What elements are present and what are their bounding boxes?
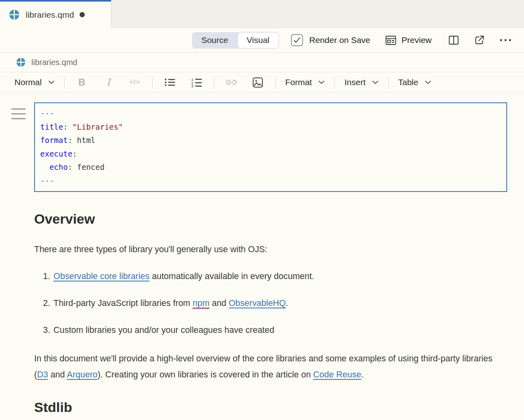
format-menu[interactable]: Format <box>280 77 331 87</box>
yaml-token <box>68 122 72 131</box>
link-code-reuse[interactable]: Code Reuse <box>313 370 361 379</box>
toolbar-separator <box>388 76 389 88</box>
preview-label: Preview <box>401 35 432 45</box>
open-external-icon <box>474 35 485 45</box>
image-button[interactable] <box>245 74 271 90</box>
text-run: and <box>209 298 229 308</box>
checkmark-icon <box>293 37 301 43</box>
split-editor-button[interactable] <box>448 35 459 45</box>
bulleted-list-icon <box>164 77 175 88</box>
list-item: 1.Observable core libraries automaticall… <box>34 268 507 284</box>
heading-overview: Overview <box>34 211 507 227</box>
link-arquero[interactable]: Arquero <box>67 370 98 379</box>
text-run: Third-party JavaScript libraries from <box>53 298 192 308</box>
yaml-token: : <box>63 122 68 131</box>
list-item-number: 3. <box>34 322 53 338</box>
yaml-token: --- <box>40 109 54 118</box>
tab-title: libraries.qmd <box>26 10 74 20</box>
chevron-down-icon <box>425 80 431 84</box>
code-button[interactable]: </> <box>122 74 148 90</box>
text-run: ). Creating your own libraries is covere… <box>98 370 313 379</box>
yaml-token: execute <box>40 149 72 158</box>
toolbar-separator <box>64 76 65 88</box>
insert-menu-label: Insert <box>344 77 366 87</box>
yaml-token: "Libraries" <box>72 122 123 131</box>
bulleted-list-button[interactable] <box>157 74 183 90</box>
yaml-token: html <box>72 136 95 145</box>
heading-stdlib: Stdlib <box>34 400 507 415</box>
tab-libraries-qmd[interactable]: libraries.qmd <box>0 0 111 28</box>
document-editor[interactable]: ---title: "Libraries"format: htmlexecute… <box>0 102 524 415</box>
italic-button[interactable]: I <box>95 74 122 90</box>
yaml-token: --- <box>40 176 54 185</box>
list-item-text: Observable core libraries automatically … <box>53 268 314 284</box>
bold-button[interactable]: B <box>69 74 95 90</box>
library-types-list: 1.Observable core libraries automaticall… <box>34 268 507 338</box>
quarto-icon <box>9 9 20 20</box>
link-button[interactable] <box>218 74 245 90</box>
svg-text:3: 3 <box>191 84 193 88</box>
render-on-save-label: Render on Save <box>309 35 370 45</box>
paragraph-style-dropdown[interactable]: Normal <box>9 77 60 87</box>
text-run: and <box>48 370 67 379</box>
quarto-icon <box>16 57 26 67</box>
toolbar-separator <box>334 76 335 88</box>
yaml-code: ---title: "Libraries"format: htmlexecute… <box>40 107 501 188</box>
tab-bar: libraries.qmd <box>0 0 524 28</box>
format-toolbar: Normal B I </> 1 2 3 <box>0 72 524 93</box>
numbered-list-button[interactable]: 1 2 3 <box>183 74 210 90</box>
more-actions-button[interactable] <box>499 35 512 45</box>
yaml-token: fenced <box>72 163 104 171</box>
yaml-line: format: html <box>40 134 501 147</box>
toolbar-separator <box>275 76 276 88</box>
list-item: 3.Custom libraries you and/or your colle… <box>34 322 507 338</box>
table-menu[interactable]: Table <box>393 77 437 87</box>
link-observablehq[interactable]: ObservableHQ <box>229 298 286 308</box>
chevron-down-icon <box>318 80 325 84</box>
yaml-line: --- <box>40 174 501 188</box>
intro-paragraph: There are three types of library you'll … <box>34 241 507 257</box>
text-run: automatically available in every documen… <box>149 271 314 281</box>
yaml-token: : <box>68 136 72 145</box>
open-external-button[interactable] <box>474 35 485 45</box>
link-npm[interactable]: npm <box>192 298 209 309</box>
yaml-line: echo: fenced <box>40 161 501 174</box>
ellipsis-icon <box>499 35 512 45</box>
image-icon <box>252 77 263 88</box>
visual-mode-button[interactable]: Visual <box>237 32 279 49</box>
render-on-save-checkbox[interactable] <box>291 34 303 46</box>
list-item-text: Custom libraries you and/or your colleag… <box>53 322 274 338</box>
editor-header: Source Visual Render on Save Preview <box>0 28 524 53</box>
numbered-list-icon: 1 2 3 <box>191 77 202 88</box>
yaml-token: echo <box>49 163 68 171</box>
insert-menu[interactable]: Insert <box>339 77 384 87</box>
link-d3[interactable]: D3 <box>37 370 48 379</box>
source-mode-button[interactable]: Source <box>192 32 237 49</box>
format-menu-label: Format <box>285 77 312 87</box>
yaml-line: --- <box>40 107 501 120</box>
unsaved-changes-dot <box>80 12 85 17</box>
toolbar-separator <box>214 76 214 88</box>
breadcrumb-file[interactable]: libraries.qmd <box>31 58 77 67</box>
preview-pane-icon <box>385 35 396 45</box>
link-observable-core-libraries[interactable]: Observable core libraries <box>53 271 149 281</box>
yaml-token: : <box>68 163 72 171</box>
list-item-number: 1. <box>34 268 53 284</box>
block-drag-handle-icon[interactable] <box>11 108 26 123</box>
breadcrumb: libraries.qmd <box>0 53 524 72</box>
yaml-line: title: "Libraries" <box>40 120 501 134</box>
yaml-metadata-block[interactable]: ---title: "Libraries"format: htmlexecute… <box>34 102 507 192</box>
text-run: Custom libraries you and/or your colleag… <box>53 325 274 335</box>
mode-toggle: Source Visual <box>192 32 278 49</box>
list-item-text: Third-party JavaScript libraries from np… <box>53 295 288 311</box>
link-icon <box>225 77 237 87</box>
table-menu-label: Table <box>398 77 418 87</box>
chevron-down-icon <box>48 80 55 84</box>
list-item-number: 2. <box>34 295 53 311</box>
render-on-save-control[interactable]: Render on Save <box>291 34 370 46</box>
chevron-down-icon <box>372 80 379 84</box>
paragraph-style-label: Normal <box>14 77 42 87</box>
list-item: 2.Third-party JavaScript libraries from … <box>34 295 507 311</box>
preview-button[interactable]: Preview <box>385 35 432 45</box>
yaml-token: title <box>40 122 63 131</box>
